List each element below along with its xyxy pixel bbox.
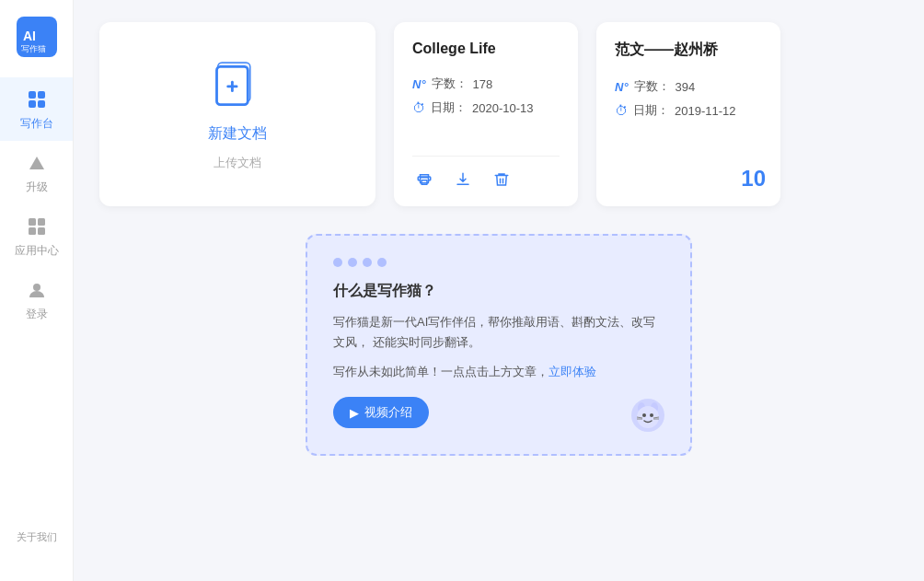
- sidebar-footer: 关于我们: [0, 523, 73, 566]
- info-panel: 什么是写作猫？ 写作猫是新一代AI写作伴侣，帮你推敲用语、斟酌文法、改写文风， …: [306, 234, 692, 456]
- svg-point-26: [642, 413, 646, 417]
- dot-1: [333, 258, 342, 267]
- svg-point-27: [650, 413, 653, 417]
- play-icon: ▶: [350, 406, 359, 420]
- main-content: 新建文档 上传文档 College Life N° 字数： 178 ⏱ 日期： …: [74, 0, 924, 581]
- sidebar-item-apps[interactable]: 应用中心: [0, 204, 73, 268]
- clock-icon: ⏱: [412, 100, 425, 115]
- svg-rect-3: [29, 91, 36, 99]
- doc-actions: [412, 156, 560, 192]
- about-link[interactable]: 关于我们: [17, 523, 57, 552]
- cat-icon: [628, 395, 668, 436]
- panel-body2: 写作从未如此简单！一点点击上方文章，立即体验: [333, 362, 664, 382]
- doc-meta-2: N° 字数： 394 ⏱ 日期： 2019-11-12: [615, 78, 762, 192]
- svg-text:AI: AI: [23, 29, 36, 43]
- word-count-row-2: N° 字数： 394: [615, 78, 762, 95]
- svg-rect-6: [38, 100, 45, 108]
- logo[interactable]: AI 写作猫: [15, 15, 59, 59]
- new-doc-label: 新建文档: [208, 124, 267, 144]
- n-icon: N°: [412, 77, 426, 91]
- word-count-value: 178: [473, 77, 493, 91]
- svg-point-25: [637, 406, 659, 428]
- svg-marker-7: [29, 157, 44, 169]
- word-count-label-2: 字数：: [634, 78, 670, 95]
- svg-rect-8: [29, 218, 36, 226]
- svg-rect-11: [38, 227, 45, 235]
- word-count-label: 字数：: [432, 76, 468, 92]
- print-button[interactable]: [412, 168, 436, 192]
- new-doc-icon: [210, 58, 265, 113]
- clock-icon-2: ⏱: [615, 103, 628, 118]
- dot-4: [377, 258, 387, 267]
- date-label: 日期：: [431, 99, 467, 116]
- sidebar-item-label: 升级: [26, 180, 48, 195]
- cards-row: 新建文档 上传文档 College Life N° 字数： 178 ⏱ 日期： …: [99, 22, 898, 206]
- workspace-icon: [24, 87, 50, 112]
- dot-2: [348, 258, 357, 267]
- date-value-2: 2019-11-12: [675, 104, 736, 118]
- sidebar-item-label: 应用中心: [15, 243, 59, 259]
- doc-title-college-life[interactable]: College Life: [412, 41, 560, 57]
- svg-rect-10: [29, 227, 36, 235]
- sidebar-item-label: 登录: [26, 307, 48, 322]
- download-button[interactable]: [451, 168, 475, 192]
- try-now-link[interactable]: 立即体验: [549, 365, 596, 378]
- svg-rect-4: [38, 91, 45, 99]
- doc-meta: N° 字数： 178 ⏱ 日期： 2020-10-13: [412, 76, 560, 141]
- svg-point-12: [33, 284, 40, 291]
- sidebar-item-workspace[interactable]: 写作台: [0, 77, 73, 141]
- new-doc-card[interactable]: 新建文档 上传文档: [99, 22, 375, 206]
- panel-body1: 写作猫是新一代AI写作伴侣，帮你推敲用语、斟酌文法、改写文风， 还能实时同步翻译…: [333, 312, 664, 353]
- svg-text:写作猫: 写作猫: [21, 44, 46, 53]
- sidebar-item-login[interactable]: 登录: [0, 268, 73, 331]
- date-value: 2020-10-13: [472, 101, 534, 115]
- delete-button[interactable]: [490, 168, 514, 192]
- doc-card-college-life: College Life N° 字数： 178 ⏱ 日期： 2020-10-13: [394, 22, 578, 206]
- dot-3: [363, 258, 372, 267]
- upload-doc-label: 上传文档: [214, 155, 261, 171]
- panel-dots: [333, 258, 664, 267]
- svg-rect-5: [29, 100, 36, 108]
- n-icon-2: N°: [615, 80, 629, 94]
- sidebar: AI 写作猫 写作台 升级: [0, 0, 74, 581]
- video-intro-button[interactable]: ▶ 视频介绍: [333, 397, 429, 428]
- date-row-2: ⏱ 日期： 2019-11-12: [615, 102, 762, 119]
- panel-title: 什么是写作猫？: [333, 282, 664, 301]
- word-count-value-2: 394: [676, 80, 696, 94]
- user-icon: [24, 277, 50, 303]
- doc-badge: 10: [741, 166, 766, 192]
- svg-rect-9: [38, 218, 45, 226]
- date-label-2: 日期：: [633, 102, 669, 119]
- sidebar-item-label: 写作台: [20, 116, 53, 132]
- sidebar-item-upgrade[interactable]: 升级: [0, 141, 73, 204]
- date-row: ⏱ 日期： 2020-10-13: [412, 99, 560, 116]
- doc-title-zhaozhou[interactable]: 范文——赵州桥: [615, 41, 762, 60]
- word-count-row: N° 字数： 178: [412, 76, 560, 92]
- apps-icon: [24, 214, 50, 239]
- upgrade-icon: [24, 150, 50, 176]
- doc-card-zhaozhou: 范文——赵州桥 N° 字数： 394 ⏱ 日期： 2019-11-12 10: [596, 22, 780, 206]
